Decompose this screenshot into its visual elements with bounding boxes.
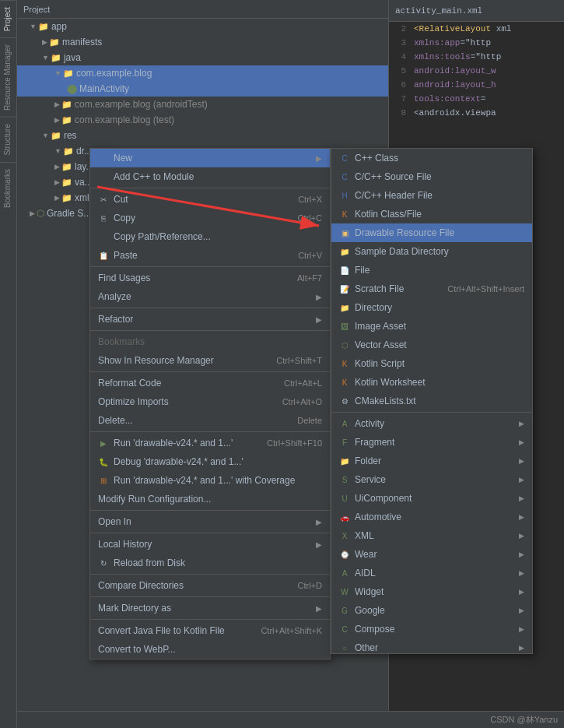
- submenu-drawable-resource[interactable]: ▣ Drawable Resource File: [331, 223, 532, 242]
- menu-item-optimize[interactable]: Optimize Imports Ctrl+Alt+O: [90, 392, 330, 411]
- tree-app-label: app: [51, 21, 67, 32]
- menu-item-copy[interactable]: ⎘ Copy Ctrl+C: [90, 209, 330, 227]
- submenu-compose[interactable]: C Compose ▶: [331, 620, 532, 638]
- vtab-project[interactable]: Project: [0, 0, 16, 37]
- arrow-icon: ▶: [54, 116, 60, 124]
- menu-item-mark-dir[interactable]: Mark Directory as ▶: [90, 599, 330, 617]
- arrow-icon: ▶: [54, 100, 60, 108]
- submenu-separator: [331, 412, 532, 413]
- menu-item-new[interactable]: New ▶: [90, 149, 330, 167]
- run-shortcut: Ctrl+Shift+F10: [267, 438, 322, 448]
- menu-item-find-usages[interactable]: Find Usages Alt+F7: [90, 269, 330, 287]
- tree-com-android-test[interactable]: ▶ 📁 com.example.blog (androidTest): [17, 97, 388, 112]
- code-line-3: 4 xmlns:tools="http: [389, 50, 564, 64]
- submenu-kotlin-class[interactable]: K Kotlin Class/File: [331, 205, 532, 223]
- tree-res[interactable]: ▼ 📁 res: [17, 128, 388, 143]
- submenu-cpp-class[interactable]: C C++ Class: [331, 149, 532, 167]
- submenu-kotlin-script[interactable]: K Kotlin Script: [331, 354, 532, 373]
- kotlin-file-icon: ⬤: [67, 83, 77, 94]
- submenu-directory[interactable]: 📁 Directory: [331, 298, 532, 317]
- vtab-resource-manager[interactable]: Resource Manager: [0, 37, 16, 117]
- menu-item-run-coverage[interactable]: ⊞ Run 'drawable-v24.* and 1...' with Cov…: [90, 471, 330, 490]
- ui-component-icon: U: [339, 493, 350, 504]
- tree-com-example-blog[interactable]: ▼ 📁 com.example.blog: [17, 65, 388, 81]
- service-arrow: ▶: [519, 476, 524, 484]
- menu-cut-label: Cut: [114, 194, 128, 205]
- copy-shortcut: Ctrl+C: [298, 213, 322, 223]
- tree-java[interactable]: ▼ 📁 java: [17, 50, 388, 65]
- submenu-cmake-label: CMakeLists.txt: [355, 396, 416, 406]
- menu-item-refactor[interactable]: Refactor ▶: [90, 310, 330, 329]
- submenu-service[interactable]: S Service ▶: [331, 470, 532, 489]
- kotlin-script-icon: K: [339, 358, 350, 369]
- menu-item-debug[interactable]: 🐛 Debug 'drawable-v24.* and 1...': [90, 452, 330, 471]
- menu-item-paste[interactable]: 📋 Paste Ctrl+V: [90, 246, 330, 265]
- submenu-wear[interactable]: ⌚ Wear ▶: [331, 545, 532, 564]
- tree-manifests[interactable]: ▶ 📁 manifests: [17, 34, 388, 50]
- tree-main-activity[interactable]: ⬤ MainActivity: [17, 81, 388, 97]
- submenu-scratch-file[interactable]: 📝 Scratch File Ctrl+Alt+Shift+Insert: [331, 280, 532, 298]
- tree-app[interactable]: ▼ 📁 app: [17, 19, 388, 34]
- menu-item-open-in[interactable]: Open In ▶: [90, 512, 330, 531]
- csdn-label: CSDN @林Yanzu: [490, 714, 558, 726]
- arrow-icon: ▶: [316, 604, 322, 613]
- menu-bookmarks-label: Bookmarks: [98, 336, 145, 347]
- submenu-image-asset-label: Image Asset: [355, 321, 406, 332]
- folder-icon: 📁: [49, 37, 60, 47]
- menu-item-cut[interactable]: ✂ Cut Ctrl+X: [90, 190, 330, 209]
- menu-item-reformat[interactable]: Reformat Code Ctrl+Alt+L: [90, 374, 330, 392]
- submenu-fragment-label: Fragment: [355, 437, 394, 448]
- submenu-cpp-header[interactable]: H C/C++ Header File: [331, 186, 532, 205]
- submenu-image-asset[interactable]: 🖼 Image Asset: [331, 317, 532, 336]
- submenu-xml[interactable]: X XML ▶: [331, 526, 532, 545]
- submenu-kotlin-class-label: Kotlin Class/File: [355, 209, 422, 220]
- submenu-aidl[interactable]: A AIDL ▶: [331, 564, 532, 582]
- xml-icon: X: [339, 530, 350, 541]
- code-line-1: 2 <RelativeLayout xml: [389, 22, 564, 36]
- submenu-automotive-label: Automotive: [355, 512, 401, 522]
- convert-java-shortcut: Ctrl+Alt+Shift+K: [261, 626, 322, 635]
- tree-com-test[interactable]: ▶ 📁 com.example.blog (test): [17, 112, 388, 128]
- arrow-icon: ▼: [30, 23, 37, 30]
- submenu-cpp-source[interactable]: C C/C++ Source File: [331, 167, 532, 186]
- submenu-vector-asset[interactable]: ⬡ Vector Asset: [331, 336, 532, 354]
- ui-arrow: ▶: [519, 494, 524, 502]
- folder-icon: 📁: [61, 162, 72, 172]
- menu-item-reload[interactable]: ↻ Reload from Disk: [90, 554, 330, 572]
- menu-item-convert-java[interactable]: Convert Java File to Kotlin File Ctrl+Al…: [90, 621, 330, 640]
- vtab-structure[interactable]: Structure: [0, 117, 16, 162]
- menu-item-run[interactable]: ▶ Run 'drawable-v24.* and 1...' Ctrl+Shi…: [90, 434, 330, 452]
- submenu-ui-component[interactable]: U UiComponent ▶: [331, 489, 532, 508]
- submenu-sample-data[interactable]: 📁 Sample Data Directory: [331, 242, 532, 261]
- menu-item-show-resource[interactable]: Show In Resource Manager Ctrl+Shift+T: [90, 351, 330, 370]
- reformat-shortcut: Ctrl+Alt+L: [284, 378, 322, 388]
- submenu-aidl-label: AIDL: [355, 568, 376, 579]
- submenu-google[interactable]: G Google ▶: [331, 601, 532, 620]
- menu-item-local-history[interactable]: Local History ▶: [90, 535, 330, 554]
- submenu-other[interactable]: ○ Other ▶: [331, 638, 532, 654]
- menu-item-modify-run[interactable]: Modify Run Configuration...: [90, 490, 330, 508]
- vtab-bookmarks[interactable]: Bookmarks: [0, 162, 16, 214]
- submenu-fragment[interactable]: F Fragment ▶: [331, 433, 532, 452]
- submenu-cmake[interactable]: ⚙ CMakeLists.txt: [331, 392, 532, 410]
- submenu-widget[interactable]: W Widget ▶: [331, 582, 532, 601]
- submenu-kotlin-worksheet-label: Kotlin Worksheet: [355, 377, 426, 388]
- submenu-folder[interactable]: 📁 Folder ▶: [331, 452, 532, 470]
- submenu-automotive[interactable]: 🚗 Automotive ▶: [331, 508, 532, 526]
- menu-item-delete[interactable]: Delete... Delete: [90, 411, 330, 430]
- aidl-arrow: ▶: [519, 569, 524, 577]
- submenu-file[interactable]: 📄 File: [331, 261, 532, 280]
- menu-item-convert-webp[interactable]: Convert to WebP...: [90, 640, 330, 659]
- submenu-activity[interactable]: A Activity ▶: [331, 414, 532, 433]
- menu-item-analyze[interactable]: Analyze ▶: [90, 287, 330, 306]
- menu-item-add-cpp[interactable]: Add C++ to Module: [90, 167, 330, 186]
- arrow-icon: ▶: [54, 163, 60, 171]
- menu-item-copy-path[interactable]: Copy Path/Reference...: [90, 227, 330, 246]
- submenu-sample-data-label: Sample Data Directory: [355, 246, 449, 257]
- menu-item-compare-dirs[interactable]: Compare Directories Ctrl+D: [90, 576, 330, 595]
- editor-tab[interactable]: activity_main.xml: [389, 0, 564, 22]
- folder-icon: 📁: [51, 131, 61, 141]
- widget-arrow: ▶: [519, 588, 524, 596]
- menu-item-bookmarks[interactable]: Bookmarks: [90, 332, 330, 351]
- submenu-kotlin-worksheet[interactable]: K Kotlin Worksheet: [331, 373, 532, 392]
